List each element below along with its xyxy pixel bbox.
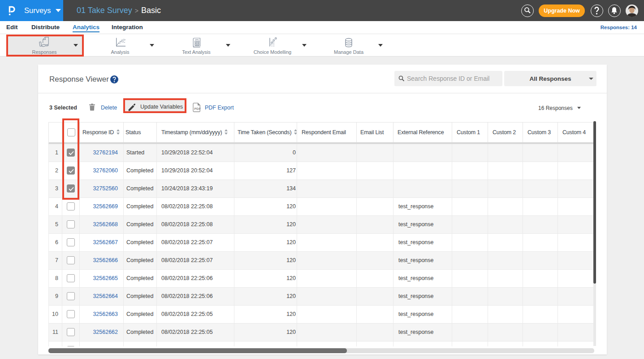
svg-text:PDF: PDF — [194, 107, 201, 110]
